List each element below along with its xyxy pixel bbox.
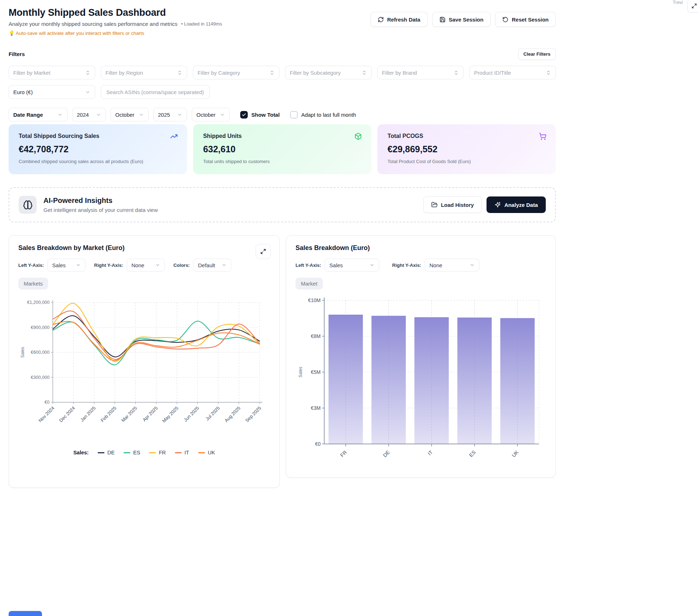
- save-session-label: Save Session: [449, 17, 484, 23]
- stat-card-total-sales: Total Shipped Sourcing Sales €42,708,772…: [9, 124, 187, 174]
- svg-text:€0: €0: [45, 400, 50, 405]
- svg-text:Jun 2025: Jun 2025: [183, 406, 200, 423]
- bar-chart[interactable]: €0€3M€5M€8M€10MFRDEITESUKSales: [296, 294, 546, 479]
- right-y-axis-select[interactable]: None: [127, 259, 165, 272]
- stat-desc: Total units shipped to customers: [203, 159, 362, 164]
- filter-select-region[interactable]: Filter by Region: [101, 66, 187, 79]
- date-range-label: Date Range: [13, 112, 43, 118]
- show-total-label: Show Total: [251, 112, 280, 118]
- from-month-select[interactable]: October: [111, 108, 149, 121]
- filter-select-subcategory[interactable]: Filter by Subcategory: [285, 66, 372, 79]
- svg-text:Sep 2025: Sep 2025: [244, 406, 262, 423]
- colors-value: Default: [198, 262, 215, 268]
- right-y-axis-label: Right Y-Axis:: [94, 263, 123, 268]
- currency-select[interactable]: Euro (€): [9, 85, 95, 99]
- chevron-down-icon: [369, 263, 374, 268]
- stat-title: Total PCOGS: [387, 133, 546, 139]
- adapt-last-month-checkbox[interactable]: Adapt to last full month: [290, 111, 356, 119]
- legend-swatch: [149, 452, 156, 453]
- package-icon: [354, 133, 362, 140]
- stat-value: €29,869,552: [387, 144, 546, 154]
- legend-label: DE: [107, 450, 115, 455]
- legend-item-ES[interactable]: ES: [124, 450, 140, 455]
- legend-label: ES: [133, 450, 140, 455]
- right-y-axis-select[interactable]: None: [425, 259, 479, 272]
- stat-value: 632,610: [203, 144, 362, 154]
- chevrons-up-down-icon: [453, 70, 459, 75]
- colors-select[interactable]: Default: [193, 259, 231, 272]
- checkbox-unchecked-icon: [290, 111, 298, 119]
- legend-item-IT[interactable]: IT: [175, 450, 189, 455]
- filter-select-category[interactable]: Filter by Category: [193, 66, 279, 79]
- filter-select-brand[interactable]: Filter by Brand: [377, 66, 464, 79]
- chevrons-up-down-icon: [362, 70, 367, 75]
- chevron-down-icon: [222, 263, 227, 268]
- header: Monthly Shipped Sales Dashboard Analyze …: [9, 7, 556, 36]
- clear-filters-button[interactable]: Clear Filters: [518, 48, 556, 60]
- to-year-select[interactable]: 2025: [153, 108, 187, 121]
- svg-text:€5M: €5M: [311, 369, 321, 375]
- left-y-axis-label: Left Y-Axis:: [296, 263, 321, 268]
- chevrons-up-down-icon: [269, 70, 275, 75]
- asin-search-input[interactable]: [101, 85, 210, 99]
- svg-text:Dec 2024: Dec 2024: [58, 406, 76, 423]
- left-y-axis-select[interactable]: Sales: [47, 259, 85, 272]
- filter-placeholder: Filter by Brand: [382, 70, 417, 76]
- svg-text:€300,000: €300,000: [31, 375, 50, 380]
- chevron-down-icon: [96, 112, 101, 117]
- markets-badge[interactable]: Markets: [18, 278, 48, 290]
- svg-text:DE: DE: [382, 449, 391, 458]
- loaded-time-badge: • Loaded in 1149ms: [181, 21, 222, 27]
- ai-insights-subtitle: Get intelligent analysis of your current…: [43, 207, 158, 213]
- legend-swatch: [198, 452, 205, 453]
- chevrons-up-down-icon: [546, 70, 551, 75]
- legend-item-FR[interactable]: FR: [149, 450, 166, 455]
- svg-text:€0: €0: [315, 441, 321, 447]
- legend-item-UK[interactable]: UK: [198, 450, 215, 455]
- colors-label: Colors:: [173, 263, 190, 268]
- load-history-button[interactable]: Load History: [423, 196, 482, 213]
- reset-session-button[interactable]: Reset Session: [495, 12, 556, 27]
- trending-up-icon: [170, 133, 178, 140]
- svg-text:Jul 2025: Jul 2025: [205, 406, 221, 422]
- stat-title: Total Shipped Sourcing Sales: [19, 133, 177, 139]
- market-badge[interactable]: Market: [296, 278, 323, 290]
- expand-chart-button[interactable]: [256, 244, 271, 259]
- filter-select-product-id[interactable]: Product ID/Title: [469, 66, 556, 79]
- refresh-icon: [378, 17, 384, 23]
- svg-text:FR: FR: [339, 449, 348, 458]
- right-y-axis-label: Right Y-Axis:: [392, 263, 421, 268]
- save-session-button[interactable]: Save Session: [432, 12, 491, 27]
- folder-open-icon: [431, 202, 438, 208]
- legend-item-DE[interactable]: DE: [98, 450, 115, 455]
- fullscreen-toggle-button[interactable]: [687, 0, 698, 13]
- analyze-data-button[interactable]: Analyze Data: [487, 196, 546, 213]
- legend-label: FR: [159, 450, 166, 455]
- svg-text:Sales: Sales: [20, 347, 25, 358]
- svg-text:€10M: €10M: [308, 297, 321, 303]
- to-month-select[interactable]: October: [192, 108, 230, 121]
- svg-text:Nov 2024: Nov 2024: [37, 406, 55, 423]
- checkbox-checked-icon: [240, 111, 248, 119]
- left-y-axis-select[interactable]: Sales: [325, 259, 379, 272]
- filter-placeholder: Filter by Category: [197, 70, 240, 76]
- svg-text:€1,200,000: €1,200,000: [27, 300, 50, 305]
- from-month-value: October: [115, 112, 134, 118]
- legend-swatch: [124, 452, 130, 453]
- date-range-select[interactable]: Date Range: [9, 108, 68, 121]
- line-chart[interactable]: €0€300,000€600,000€900,000€1,200,000Nov …: [18, 294, 270, 442]
- show-total-checkbox[interactable]: Show Total: [240, 111, 280, 119]
- svg-text:€3M: €3M: [311, 405, 321, 411]
- svg-text:€900,000: €900,000: [31, 325, 50, 330]
- stat-desc: Total Product Cost of Goods Sold (Euro): [387, 159, 546, 164]
- refresh-data-button[interactable]: Refresh Data: [371, 12, 428, 27]
- to-month-value: October: [196, 112, 215, 118]
- legend-swatch: [98, 452, 104, 453]
- chevron-down-icon: [76, 263, 81, 268]
- from-year-select[interactable]: 2024: [72, 108, 106, 121]
- svg-text:UK: UK: [511, 449, 520, 458]
- filter-grid: Filter by MarketFilter by RegionFilter b…: [9, 66, 556, 79]
- sales-by-market-chart-card: Sales Breakdown by Market (Euro) Left Y-…: [9, 235, 280, 488]
- svg-text:Jan 2025: Jan 2025: [79, 406, 97, 423]
- filter-select-market[interactable]: Filter by Market: [9, 66, 95, 79]
